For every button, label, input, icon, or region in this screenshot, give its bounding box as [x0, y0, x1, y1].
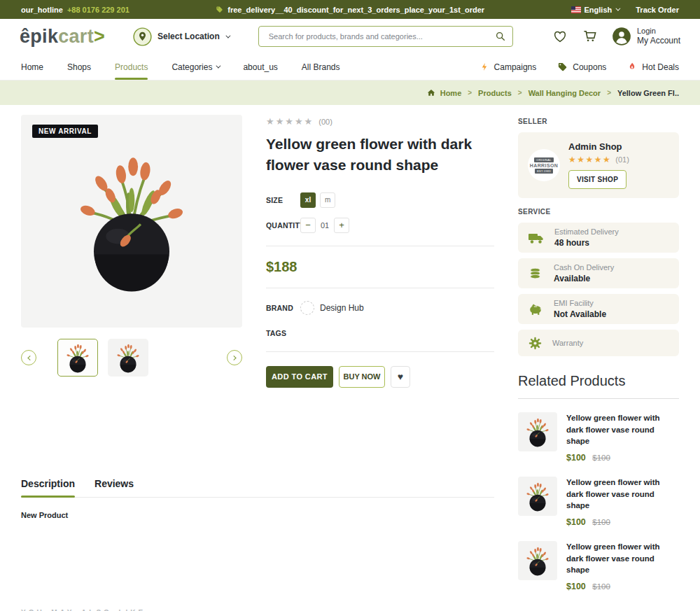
- coins-icon: [528, 266, 544, 281]
- nav-label: Hot Deals: [642, 62, 679, 72]
- related-product-item[interactable]: Yellow green flower with dark flower vas…: [518, 541, 679, 592]
- hotline-number[interactable]: +88 0176 229 201: [67, 6, 130, 14]
- piggy-bank-icon: [528, 302, 544, 316]
- my-account-label[interactable]: My Account: [637, 36, 680, 47]
- carousel-next-button[interactable]: [227, 350, 242, 365]
- tags-label: TAGS: [266, 329, 286, 337]
- nav-item-home[interactable]: Home: [21, 54, 43, 80]
- add-to-cart-button[interactable]: ADD TO CART: [266, 366, 333, 388]
- divider: [266, 288, 494, 288]
- service-value: Not Available: [554, 309, 606, 319]
- cart-icon[interactable]: [582, 28, 598, 44]
- thumbnail-image-vase: [62, 342, 94, 374]
- breadcrumb-home[interactable]: Home: [426, 88, 462, 97]
- heart-icon: ♥: [398, 371, 403, 382]
- related-product-title: Yellow green flower with dark flower vas…: [566, 541, 679, 576]
- logo[interactable]: êpikcart>: [20, 26, 105, 48]
- you-may-also-like-section: YOU_MAY_ALSO_LIKE Related Products VIEW_…: [0, 592, 700, 611]
- logo-text-dark: êpik: [20, 26, 58, 47]
- brand-logo: [300, 301, 314, 315]
- hotline-label: our_hotline: [21, 6, 63, 14]
- thumbnail-1[interactable]: [57, 339, 98, 377]
- search-icon[interactable]: [495, 31, 506, 42]
- service-item-delivery: Estimated Delivery 48 hours: [518, 223, 679, 253]
- account-menu[interactable]: Login My Account: [612, 26, 680, 47]
- search-bar: [258, 26, 513, 47]
- brand-name[interactable]: Design Hub: [320, 303, 364, 313]
- nav-item-coupons[interactable]: Coupons: [557, 62, 606, 72]
- breadcrumb-separator: >: [518, 89, 522, 97]
- seller-logo-text: ORIGINAL: [534, 157, 554, 162]
- product-price: $188: [266, 259, 494, 275]
- nav-label: Shops: [67, 62, 91, 72]
- rating-stars: ★★★★★: [266, 116, 314, 127]
- seller-section-label: SELLER: [518, 118, 679, 125]
- nav-label: about_us: [243, 62, 277, 72]
- breadcrumb-label: Wall Hanging Decor: [528, 89, 601, 97]
- lightning-icon: [480, 62, 489, 72]
- track-order-link[interactable]: Track Order: [636, 6, 679, 14]
- seller-card: ORIGINAL HARRISON EST.1983 Admin Shop ★★…: [518, 132, 679, 198]
- buy-now-button[interactable]: BUY NOW: [339, 366, 385, 388]
- breadcrumb-category[interactable]: Wall Hanging Decor: [528, 89, 601, 97]
- wishlist-heart-icon[interactable]: [552, 29, 568, 44]
- new-arrival-badge: NEW ARRIVAL: [32, 125, 98, 138]
- nav-label: Coupons: [573, 62, 606, 72]
- quantity-increase-button[interactable]: +: [334, 218, 349, 233]
- service-item-emi: EMI Facility Not Available: [518, 294, 679, 324]
- nav-item-shops[interactable]: Shops: [67, 54, 91, 80]
- carousel-prev-button[interactable]: [21, 350, 36, 365]
- language-selector[interactable]: English: [571, 6, 620, 14]
- related-product-price: $100: [566, 582, 586, 591]
- nav-item-about-us[interactable]: about_us: [243, 54, 277, 80]
- service-item-cod: Cash On Delivery Available: [518, 258, 679, 288]
- thumbnail-2[interactable]: [108, 339, 148, 377]
- related-products-heading: Related Products: [518, 373, 679, 399]
- service-value: Available: [554, 274, 614, 283]
- thumbnail-image-vase: [522, 545, 554, 577]
- thumbnail-carousel: [21, 339, 242, 377]
- thumbnail-image-vase: [522, 480, 554, 512]
- service-section-label: SERVICE: [518, 208, 679, 216]
- tab-reviews[interactable]: Reviews: [94, 478, 134, 497]
- login-label[interactable]: Login: [637, 26, 680, 36]
- size-label: SIZE: [266, 196, 300, 204]
- size-option-xl[interactable]: xl: [300, 192, 316, 208]
- select-location-label: Select Location: [158, 31, 220, 41]
- wishlist-button[interactable]: ♥: [391, 366, 410, 388]
- related-product-price: $100: [566, 517, 586, 527]
- nav-item-products[interactable]: Products: [115, 54, 148, 80]
- divider: [266, 351, 494, 352]
- select-location-button[interactable]: Select Location: [133, 27, 229, 46]
- service-title: Estimated Delivery: [554, 227, 619, 236]
- chevron-left-icon: [27, 355, 32, 360]
- nav-item-categories[interactable]: Categories: [172, 54, 219, 80]
- breadcrumb-label: Home: [440, 89, 462, 97]
- related-product-item[interactable]: Yellow green flower with dark flower vas…: [518, 412, 679, 463]
- nav-item-all-brands[interactable]: All Brands: [302, 54, 340, 80]
- header: êpikcart> Select Location Login My Accou…: [0, 19, 700, 54]
- related-product-price: $100: [566, 453, 586, 463]
- service-item-warranty: Warranty: [518, 330, 679, 356]
- search-input[interactable]: [258, 26, 513, 47]
- visit-shop-button[interactable]: VISIT SHOP: [568, 170, 626, 189]
- size-option-m[interactable]: m: [320, 192, 335, 208]
- related-product-thumbnail: [518, 477, 557, 516]
- tab-description[interactable]: Description: [21, 478, 75, 497]
- related-product-item[interactable]: Yellow green flower with dark flower vas…: [518, 477, 679, 528]
- breadcrumb: Home > Products > Wall Hanging Decor > Y…: [426, 88, 679, 97]
- nav-label: All Brands: [302, 62, 340, 72]
- product-gallery: NEW ARRIVAL: [21, 115, 242, 460]
- brand-label: BRAND: [266, 304, 300, 312]
- nav-item-hot-deals[interactable]: Hot Deals: [627, 62, 679, 72]
- service-value: 48 hours: [554, 238, 619, 248]
- related-product-thumbnail: [518, 541, 557, 580]
- seller-name[interactable]: Admin Shop: [568, 141, 629, 152]
- seller-rating-count: (01): [615, 155, 629, 164]
- product-title: Yellow green flower with dark flower vas…: [266, 134, 494, 176]
- logo-text-green: cart: [58, 26, 94, 47]
- nav-item-campaigns[interactable]: Campaigns: [480, 62, 537, 72]
- seller-logo-text: HARRISON: [530, 163, 559, 168]
- quantity-decrease-button[interactable]: −: [300, 218, 316, 233]
- breadcrumb-products[interactable]: Products: [478, 89, 512, 97]
